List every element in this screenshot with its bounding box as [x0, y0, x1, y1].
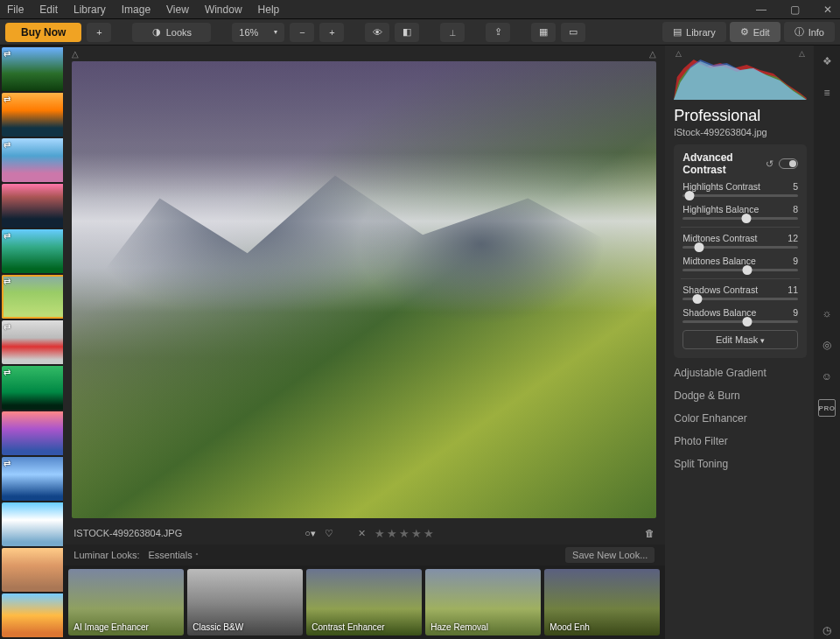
- edit-mask-button[interactable]: Edit Mask ▾: [682, 330, 798, 349]
- rating-stars[interactable]: ★ ★ ★ ★ ★: [374, 527, 434, 540]
- sync-icon: ⇄: [4, 459, 10, 468]
- zoom-dropdown[interactable]: 16% ▾: [232, 23, 284, 42]
- mode-switcher: ▤ Library ⚙ Edit ⓘ Info: [662, 22, 835, 42]
- star-2[interactable]: ★: [387, 527, 397, 540]
- tool-color-enhancer[interactable]: Color Enhancer: [674, 412, 807, 425]
- look-preset-3[interactable]: Haze Removal: [425, 569, 541, 635]
- main-photo[interactable]: [72, 61, 656, 518]
- essentials-icon[interactable]: ≡: [818, 84, 836, 102]
- eye-icon: 👁: [373, 27, 382, 38]
- zoom-out-button[interactable]: −: [290, 23, 314, 42]
- slider-thumb[interactable]: [743, 265, 752, 275]
- face-icon[interactable]: ☺: [818, 368, 836, 385]
- tool-photo-filter[interactable]: Photo Filter: [674, 435, 807, 447]
- menu-library[interactable]: Library: [74, 4, 106, 16]
- card-toggle[interactable]: [779, 158, 798, 169]
- tool-split-toning[interactable]: Split Toning: [674, 458, 807, 470]
- hist-clip-left-icon[interactable]: △: [676, 49, 682, 58]
- thumbnail-7[interactable]: ⇄: [2, 366, 63, 410]
- add-button[interactable]: +: [87, 23, 111, 42]
- crop-button[interactable]: ⟂: [440, 23, 465, 42]
- layers-icon[interactable]: ❖: [818, 53, 836, 70]
- slider-thumb[interactable]: [685, 191, 695, 200]
- color-tag-icon[interactable]: ○▾: [304, 528, 316, 539]
- look-label: Haze Removal: [430, 622, 488, 632]
- menu-help[interactable]: Help: [258, 4, 280, 16]
- mode-library-label: Library: [686, 27, 716, 38]
- grid-view-button[interactable]: ▦: [531, 23, 556, 42]
- menu-window[interactable]: Window: [205, 4, 242, 16]
- slider-thumb[interactable]: [743, 317, 752, 327]
- zoom-in-button[interactable]: +: [319, 23, 344, 42]
- history-icon[interactable]: ◷: [818, 621, 836, 639]
- menu-view[interactable]: View: [166, 4, 189, 16]
- thumbnail-10[interactable]: [2, 502, 63, 546]
- slider-track[interactable]: [682, 246, 798, 249]
- single-view-button[interactable]: ▭: [561, 23, 585, 42]
- chevron-up-icon: ˄: [195, 552, 199, 560]
- thumbnail-3[interactable]: [2, 184, 63, 228]
- slider-label: Highlights Balance: [682, 204, 759, 214]
- thumbnail-0[interactable]: ⇄: [2, 47, 63, 91]
- slider-thumb[interactable]: [741, 214, 751, 223]
- thumbnail-8[interactable]: [2, 411, 63, 455]
- looks-category-dropdown[interactable]: Essentials ˄: [149, 550, 199, 560]
- save-look-button[interactable]: Save New Look...: [565, 547, 654, 563]
- menu-image[interactable]: Image: [122, 4, 150, 16]
- slider-track[interactable]: [682, 217, 798, 220]
- thumbnail-2[interactable]: ⇄: [2, 138, 63, 182]
- mode-info-button[interactable]: ⓘ Info: [784, 22, 835, 42]
- thumbnail-12[interactable]: [2, 593, 63, 637]
- look-preset-0[interactable]: AI Image Enhancer: [68, 569, 184, 635]
- thumbnail-4[interactable]: ⇄: [2, 229, 63, 273]
- thumbnail-6[interactable]: ⇄: [2, 320, 63, 364]
- favorite-icon[interactable]: ♡: [325, 528, 333, 539]
- histogram[interactable]: △△: [674, 51, 807, 100]
- clip-warning-right-icon[interactable]: △: [649, 49, 656, 59]
- window-maximize-icon[interactable]: ▢: [789, 4, 800, 15]
- reject-icon[interactable]: ✕: [358, 528, 366, 539]
- slider-track[interactable]: [682, 194, 798, 197]
- hist-clip-right-icon[interactable]: △: [799, 49, 805, 58]
- star-1[interactable]: ★: [374, 527, 385, 540]
- looks-button[interactable]: ◑ Looks: [132, 23, 211, 42]
- clip-warning-left-icon[interactable]: △: [72, 49, 79, 59]
- thumbnail-1[interactable]: ⇄: [2, 93, 63, 137]
- mode-edit-label: Edit: [753, 27, 770, 38]
- mode-library-button[interactable]: ▤ Library: [662, 22, 726, 42]
- star-4[interactable]: ★: [411, 527, 422, 540]
- export-button[interactable]: ⇪: [486, 23, 510, 42]
- slider-value: 5: [793, 181, 798, 192]
- look-preset-2[interactable]: Contrast Enhancer: [306, 569, 422, 635]
- window-close-icon[interactable]: ✕: [822, 4, 833, 15]
- menu-bar: File Edit Library Image View Window Help…: [0, 0, 840, 19]
- star-5[interactable]: ★: [424, 527, 434, 540]
- palette-icon[interactable]: ◎: [818, 336, 836, 354]
- preview-toggle-button[interactable]: 👁: [365, 23, 389, 42]
- thumbnail-9[interactable]: ⇄: [2, 457, 63, 501]
- look-preset-4[interactable]: Mood Enh: [544, 569, 660, 635]
- slider-thumb[interactable]: [694, 242, 704, 252]
- window-minimize-icon[interactable]: —: [756, 4, 766, 15]
- slider-thumb[interactable]: [693, 294, 703, 304]
- mode-edit-button[interactable]: ⚙ Edit: [730, 22, 780, 42]
- slider-track[interactable]: [682, 298, 798, 300]
- reset-icon[interactable]: ↺: [766, 158, 774, 170]
- look-preset-1[interactable]: Classic B&W: [187, 569, 303, 635]
- slider-track[interactable]: [682, 269, 798, 271]
- star-3[interactable]: ★: [399, 527, 410, 540]
- tool-adjustable-gradient[interactable]: Adjustable Gradient: [674, 367, 807, 379]
- pro-badge[interactable]: PRO: [818, 399, 836, 417]
- tool-dodge-burn[interactable]: Dodge & Burn: [674, 390, 807, 402]
- thumbnail-11[interactable]: [2, 548, 63, 592]
- sun-icon[interactable]: ☼: [818, 305, 836, 322]
- thumbnail-5[interactable]: ⇄: [2, 275, 63, 319]
- menu-edit[interactable]: Edit: [39, 4, 58, 16]
- menu-file[interactable]: File: [7, 4, 24, 16]
- grid-icon: ▦: [539, 26, 548, 38]
- buy-now-button[interactable]: Buy Now: [5, 23, 81, 42]
- slider-track[interactable]: [682, 320, 798, 323]
- look-label: Mood Enh: [550, 622, 590, 632]
- compare-button[interactable]: ◧: [395, 23, 419, 42]
- trash-icon[interactable]: 🗑: [645, 528, 654, 538]
